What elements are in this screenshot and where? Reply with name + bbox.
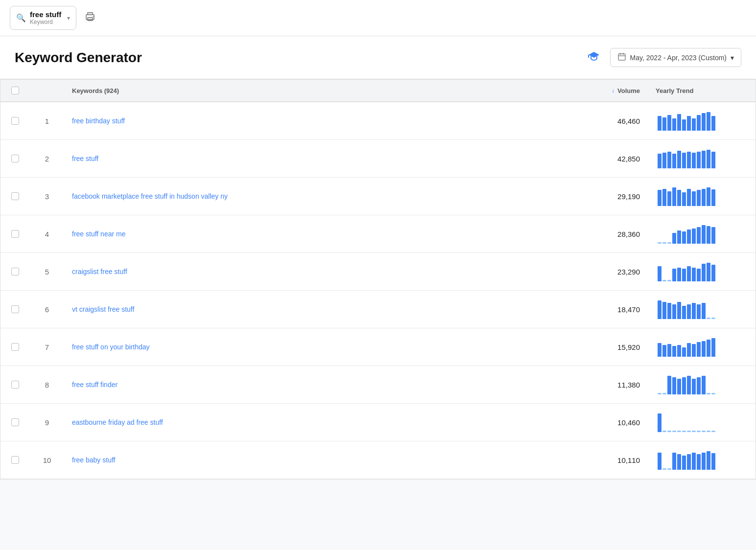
row-volume: 11,380 bbox=[569, 372, 648, 398]
row-checkbox-cell[interactable] bbox=[0, 334, 30, 360]
education-icon[interactable] bbox=[588, 51, 600, 65]
select-all-checkbox[interactable] bbox=[11, 87, 19, 94]
date-range-chevron: ▾ bbox=[731, 54, 734, 62]
row-keyword[interactable]: free stuff near me bbox=[64, 221, 569, 247]
row-trend-chart bbox=[648, 404, 756, 441]
keywords-table: Keywords (924) ↓ Volume Yearly Trend 1fr… bbox=[0, 79, 756, 480]
row-rank: 9 bbox=[30, 410, 64, 435]
header-volume[interactable]: ↓ Volume bbox=[569, 80, 648, 101]
table-row: 5craigslist free stuff23,290 bbox=[0, 253, 756, 291]
row-trend-chart bbox=[648, 178, 756, 215]
row-keyword[interactable]: free stuff finder bbox=[64, 372, 569, 397]
row-rank: 8 bbox=[30, 372, 64, 398]
table-row: 4free stuff near me28,360 bbox=[0, 215, 756, 253]
row-checkbox-cell[interactable] bbox=[0, 221, 30, 247]
row-keyword[interactable]: craigslist free stuff bbox=[64, 259, 569, 284]
row-checkbox[interactable] bbox=[11, 305, 19, 313]
svg-point-2 bbox=[93, 16, 94, 17]
row-checkbox[interactable] bbox=[11, 230, 19, 238]
row-trend-chart bbox=[648, 215, 756, 252]
row-checkbox-cell[interactable] bbox=[0, 297, 30, 322]
row-checkbox-cell[interactable] bbox=[0, 259, 30, 284]
row-volume: 10,460 bbox=[569, 410, 648, 435]
table-row: 8free stuff finder11,380 bbox=[0, 366, 756, 404]
row-volume: 15,920 bbox=[569, 334, 648, 360]
row-checkbox[interactable] bbox=[11, 456, 19, 464]
row-rank: 1 bbox=[30, 108, 64, 134]
row-volume: 28,360 bbox=[569, 221, 648, 247]
table-row: 7free stuff on your birthday15,920 bbox=[0, 328, 756, 366]
table-header: Keywords (924) ↓ Volume Yearly Trend bbox=[0, 80, 756, 102]
row-checkbox-cell[interactable] bbox=[0, 447, 30, 473]
row-checkbox[interactable] bbox=[11, 343, 19, 351]
row-keyword[interactable]: free stuff on your birthday bbox=[64, 334, 569, 360]
row-trend-chart bbox=[648, 441, 756, 479]
row-volume: 10,110 bbox=[569, 447, 648, 473]
row-checkbox-cell[interactable] bbox=[0, 108, 30, 134]
sort-arrow-icon: ↓ bbox=[612, 87, 614, 94]
header-checkbox-cell[interactable] bbox=[0, 80, 30, 101]
row-checkbox-cell[interactable] bbox=[0, 146, 30, 171]
row-volume: 46,460 bbox=[569, 108, 648, 134]
row-trend-chart bbox=[648, 102, 756, 139]
chevron-down-icon: ▾ bbox=[67, 15, 70, 22]
row-keyword[interactable]: vt craigslist free stuff bbox=[64, 297, 569, 322]
keyword-type: Keyword bbox=[30, 19, 61, 25]
row-trend-chart bbox=[648, 291, 756, 328]
row-trend-chart bbox=[648, 366, 756, 403]
header-trend: Yearly Trend bbox=[648, 80, 756, 101]
row-checkbox[interactable] bbox=[11, 192, 19, 200]
row-volume: 18,470 bbox=[569, 297, 648, 322]
date-range-selector[interactable]: May, 2022 - Apr, 2023 (Custom) ▾ bbox=[610, 48, 741, 67]
calendar-icon bbox=[617, 52, 626, 63]
row-rank: 7 bbox=[30, 334, 64, 360]
row-rank: 5 bbox=[30, 259, 64, 285]
table-row: 9eastbourne friday ad free stuff10,460 bbox=[0, 404, 756, 441]
search-icon: 🔍 bbox=[16, 13, 26, 23]
header-right: May, 2022 - Apr, 2023 (Custom) ▾ bbox=[588, 48, 741, 67]
row-rank: 2 bbox=[30, 146, 64, 172]
row-keyword[interactable]: facebook marketplace free stuff in hudso… bbox=[64, 183, 569, 209]
row-checkbox[interactable] bbox=[11, 268, 19, 275]
row-checkbox-cell[interactable] bbox=[0, 183, 30, 209]
print-icon[interactable] bbox=[84, 11, 96, 24]
row-checkbox-cell[interactable] bbox=[0, 410, 30, 435]
table-row: 6vt craigslist free stuff18,470 bbox=[0, 291, 756, 328]
page-title: Keyword Generator bbox=[15, 50, 142, 66]
row-trend-chart bbox=[648, 253, 756, 290]
keyword-selector[interactable]: 🔍 free stuff Keyword ▾ bbox=[10, 6, 76, 30]
row-rank: 10 bbox=[30, 447, 64, 473]
table-row: 2free stuff42,850 bbox=[0, 140, 756, 178]
date-range-text: May, 2022 - Apr, 2023 (Custom) bbox=[630, 54, 727, 62]
row-keyword[interactable]: free birthday stuff bbox=[64, 108, 569, 134]
row-keyword[interactable]: free stuff bbox=[64, 146, 569, 171]
row-trend-chart bbox=[648, 328, 756, 366]
row-volume: 29,190 bbox=[569, 183, 648, 209]
svg-rect-3 bbox=[618, 54, 625, 60]
row-rank: 6 bbox=[30, 297, 64, 322]
svg-rect-1 bbox=[88, 18, 93, 21]
table-row: 10free baby stuff10,110 bbox=[0, 441, 756, 479]
row-volume: 42,850 bbox=[569, 146, 648, 172]
row-keyword[interactable]: eastbourne friday ad free stuff bbox=[64, 410, 569, 435]
keyword-value: free stuff bbox=[30, 10, 61, 19]
row-checkbox[interactable] bbox=[11, 381, 19, 389]
top-bar: 🔍 free stuff Keyword ▾ bbox=[0, 0, 756, 36]
row-checkbox-cell[interactable] bbox=[0, 372, 30, 397]
row-volume: 23,290 bbox=[569, 259, 648, 285]
row-keyword[interactable]: free baby stuff bbox=[64, 447, 569, 473]
row-checkbox[interactable] bbox=[11, 155, 19, 162]
row-checkbox[interactable] bbox=[11, 418, 19, 426]
row-trend-chart bbox=[648, 140, 756, 177]
table-row: 1free birthday stuff46,460 bbox=[0, 102, 756, 140]
header-keywords: Keywords (924) bbox=[64, 80, 569, 101]
row-checkbox[interactable] bbox=[11, 117, 19, 125]
table-row: 3facebook marketplace free stuff in huds… bbox=[0, 178, 756, 215]
table-body: 1free birthday stuff46,4602free stuff42,… bbox=[0, 102, 756, 479]
row-rank: 3 bbox=[30, 183, 64, 209]
header-rank bbox=[30, 80, 64, 101]
row-rank: 4 bbox=[30, 221, 64, 247]
page-header: Keyword Generator May, 2022 - Apr, 2023 … bbox=[0, 36, 756, 79]
